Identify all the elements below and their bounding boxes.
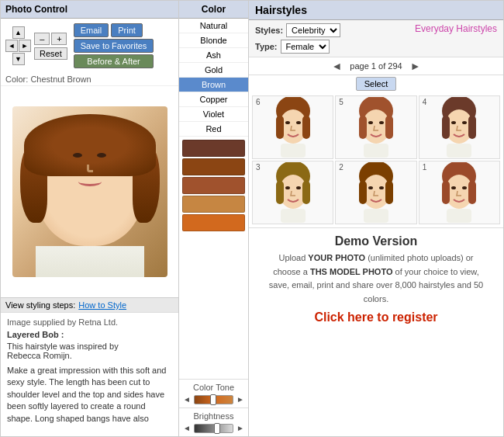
nav-up-btn[interactable]: ▲ xyxy=(12,26,25,39)
svg-rect-30 xyxy=(359,181,367,204)
color-item-natural[interactable]: Natural xyxy=(179,19,248,33)
hair-placeholder-3 xyxy=(253,161,333,224)
cell-number-1: 1 xyxy=(423,163,427,172)
svg-rect-17 xyxy=(468,116,476,139)
color-panel-header: Color xyxy=(179,1,248,19)
how-to-link[interactable]: How to Style xyxy=(78,300,126,310)
styles-label: Styles: xyxy=(255,26,283,35)
color-swatch-3[interactable] xyxy=(182,196,245,213)
nav-right-btn[interactable]: ► xyxy=(19,40,31,52)
reset-btn[interactable]: Reset xyxy=(34,47,67,60)
pagination: ◄ page 1 of 294 ► xyxy=(249,57,503,75)
color-tone-slider: ◄ ► xyxy=(182,394,245,404)
color-item-violet[interactable]: Violet xyxy=(179,107,248,122)
style-description: Make a great impression with this soft a… xyxy=(7,365,172,425)
svg-rect-24 xyxy=(302,181,310,204)
svg-rect-10 xyxy=(385,116,393,139)
color-swatch-4[interactable] xyxy=(182,214,245,231)
register-link[interactable]: Click here to register xyxy=(255,310,497,324)
brightness-arrow-left[interactable]: ◄ xyxy=(182,423,192,433)
svg-point-39 xyxy=(451,186,456,189)
svg-point-26 xyxy=(296,186,301,189)
type-select[interactable]: Female xyxy=(281,40,330,54)
styling-steps-label: View styling steps: xyxy=(5,300,75,310)
svg-rect-31 xyxy=(385,181,393,204)
photo-control-header: Photo Control xyxy=(1,1,178,19)
color-item-ash[interactable]: Ash xyxy=(179,48,248,63)
hair-cell-1[interactable]: 1 xyxy=(419,161,500,224)
color-item-gold[interactable]: Gold xyxy=(179,63,248,78)
brightness-thumb[interactable] xyxy=(214,423,220,434)
svg-rect-34 xyxy=(364,209,388,223)
tone-arrow-left[interactable]: ◄ xyxy=(182,394,192,404)
color-swatch-1[interactable] xyxy=(182,158,245,175)
everyday-hairstyles-link[interactable]: Everyday Hairstyles xyxy=(415,23,497,34)
image-credit: Image supplied by Retna Ltd. xyxy=(7,317,172,327)
svg-rect-2 xyxy=(276,116,284,139)
right-panel: Hairstyles Styles: Celebrity Type: Femal… xyxy=(249,1,503,436)
controls-wrapper: Styles: Celebrity Type: Female Everyday … xyxy=(249,20,503,57)
body-area xyxy=(36,246,144,277)
action-buttons: Email Print Save to Favorites Before & A… xyxy=(71,22,157,70)
tone-thumb[interactable] xyxy=(210,394,216,405)
svg-point-4 xyxy=(285,121,290,124)
color-swatches xyxy=(179,137,248,379)
color-item-copper[interactable]: Copper xyxy=(179,92,248,107)
save-favorites-btn[interactable]: Save to Favorites xyxy=(74,39,154,53)
hair-cell-5[interactable]: 5 xyxy=(335,95,416,159)
svg-point-32 xyxy=(368,186,373,189)
svg-rect-6 xyxy=(281,144,306,158)
styling-steps: View styling steps: How to Style xyxy=(1,297,178,312)
demo-text: Upload YOUR PHOTO (unlimited photo uploa… xyxy=(268,251,485,306)
hair-cell-6[interactable]: 6 xyxy=(252,95,333,159)
styles-select[interactable]: Celebrity xyxy=(286,23,340,37)
svg-rect-3 xyxy=(302,116,310,139)
hair-placeholder-1 xyxy=(419,161,499,224)
hair-cell-4[interactable]: 4 xyxy=(419,95,500,159)
tone-arrow-right[interactable]: ► xyxy=(236,394,245,404)
email-btn[interactable]: Email xyxy=(74,23,109,37)
hair-cell-3[interactable]: 3 xyxy=(252,161,333,224)
print-btn[interactable]: Print xyxy=(111,23,143,37)
svg-point-19 xyxy=(462,121,467,124)
color-item-red[interactable]: Red xyxy=(179,122,248,137)
next-page-btn[interactable]: ► xyxy=(407,60,424,72)
nav-arrows: ▲ ◄ ► ▼ xyxy=(5,26,31,65)
select-btn[interactable]: Select xyxy=(356,77,397,91)
brightness-track[interactable] xyxy=(194,424,233,433)
nav-left-btn[interactable]: ◄ xyxy=(5,40,18,52)
color-swatch-2[interactable] xyxy=(182,177,245,194)
svg-rect-20 xyxy=(447,144,471,158)
zoom-minus-btn[interactable]: – xyxy=(34,33,50,45)
color-item-brown[interactable]: Brown xyxy=(179,78,248,92)
svg-rect-13 xyxy=(364,144,388,158)
brightness-slider: ◄ ► xyxy=(182,423,245,433)
zoom-plus-btn[interactable]: + xyxy=(51,33,67,45)
color-label: Color: Chestnut Brown xyxy=(1,73,178,86)
color-list: NaturalBlondeAshGoldBrownCopperVioletRed xyxy=(179,19,248,137)
cell-number-4: 4 xyxy=(423,98,427,106)
style-author-name: Rebecca Romijn. xyxy=(7,351,72,360)
photo-area xyxy=(1,86,178,297)
color-item-blonde[interactable]: Blonde xyxy=(179,33,248,48)
hair-cell-2[interactable]: 2 xyxy=(335,161,416,224)
hair-placeholder-4 xyxy=(419,96,499,158)
brightness-section: Brightness ◄ ► xyxy=(179,408,248,436)
color-swatch-0[interactable] xyxy=(182,140,245,157)
model-face xyxy=(20,114,160,269)
brightness-arrow-right[interactable]: ► xyxy=(236,423,245,433)
svg-rect-23 xyxy=(276,181,284,204)
tone-track[interactable] xyxy=(194,395,233,404)
svg-point-18 xyxy=(451,121,456,124)
before-after-btn[interactable]: Before & After xyxy=(74,54,154,68)
prev-page-btn[interactable]: ◄ xyxy=(328,60,345,72)
hair-placeholder-6 xyxy=(253,96,333,158)
svg-point-12 xyxy=(379,121,384,124)
style-title: Layered Bob : xyxy=(7,330,172,339)
eye-right xyxy=(97,153,106,158)
svg-point-40 xyxy=(462,186,467,189)
color-tone-section: Color Tone ◄ ► xyxy=(179,379,248,408)
nav-down-btn[interactable]: ▼ xyxy=(12,53,25,65)
cell-number-2: 2 xyxy=(339,163,343,172)
cell-number-6: 6 xyxy=(256,98,261,106)
